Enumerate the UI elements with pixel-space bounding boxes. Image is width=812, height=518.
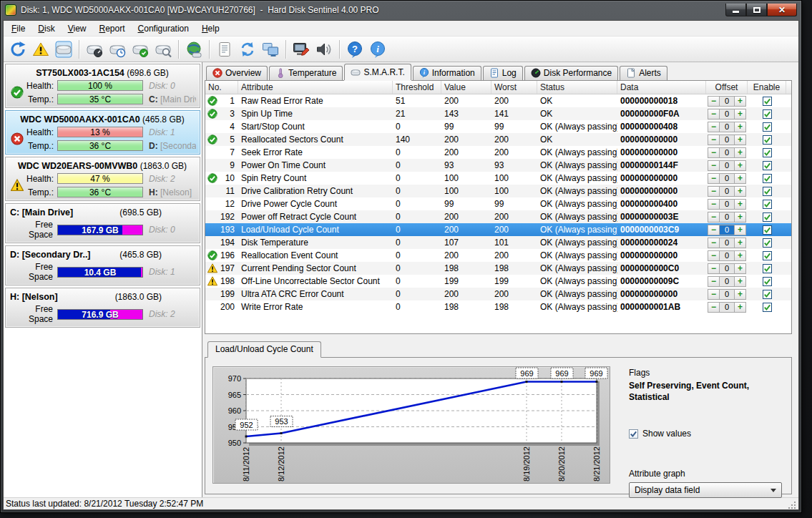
offset-increase-button[interactable]: + <box>734 186 746 197</box>
enable-checkbox[interactable] <box>763 212 772 222</box>
partition-card-0[interactable]: C: [Main Drive](698.5 GB)Free Space167.9… <box>5 203 200 243</box>
smart-row-1[interactable]: 1Raw Read Error Rate51200200OK0000000000… <box>205 94 791 107</box>
enable-checkbox[interactable] <box>763 97 772 106</box>
offset-decrease-button[interactable]: − <box>708 212 720 223</box>
smart-row-194[interactable]: 194Disk Temperature0107101OK (Always pas… <box>205 236 791 249</box>
offset-decrease-button[interactable]: − <box>708 276 720 287</box>
offset-increase-button[interactable]: + <box>734 199 746 210</box>
offset-decrease-button[interactable]: − <box>708 225 720 235</box>
smart-row-197[interactable]: 197Current Pending Sector Count0198198OK… <box>205 262 791 275</box>
menu-view[interactable]: View <box>62 21 93 36</box>
offset-decrease-button[interactable]: − <box>708 238 720 248</box>
enable-checkbox[interactable] <box>763 303 772 312</box>
offset-increase-button[interactable]: + <box>734 289 746 300</box>
smart-row-7[interactable]: 7Seek Error Rate0200200OK (Always passin… <box>205 146 791 159</box>
menu-report[interactable]: Report <box>93 21 132 36</box>
tab-temperature[interactable]: Temperature <box>269 66 343 80</box>
offset-increase-button[interactable]: + <box>734 160 746 171</box>
sound-button[interactable] <box>313 39 336 60</box>
smart-row-193[interactable]: 193Load/Unload Cycle Count0200200OK (Alw… <box>205 223 791 236</box>
enable-checkbox[interactable] <box>763 251 772 260</box>
offset-increase-button[interactable]: + <box>734 109 746 119</box>
minimize-button[interactable] <box>725 4 746 16</box>
offset-decrease-button[interactable]: − <box>708 96 720 107</box>
smart-row-198[interactable]: 198Off-Line Uncorrectable Sector Count01… <box>205 275 791 288</box>
menu-file[interactable]: File <box>5 21 31 36</box>
menu-help[interactable]: Help <box>195 21 226 36</box>
offset-decrease-button[interactable]: − <box>708 173 720 184</box>
enable-checkbox[interactable] <box>763 148 772 157</box>
offset-decrease-button[interactable]: − <box>708 135 720 145</box>
offset-increase-button[interactable]: + <box>734 302 746 313</box>
drive-card-0[interactable]: ST750LX003-1AC154 (698.6 GB)Health:100 %… <box>5 64 200 108</box>
enable-checkbox[interactable] <box>763 200 772 209</box>
smart-row-4[interactable]: 4Start/Stop Count09999OK (Always passing… <box>205 120 791 133</box>
offset-increase-button[interactable]: + <box>734 173 746 184</box>
column-header[interactable]: Value <box>441 81 491 94</box>
offset-decrease-button[interactable]: − <box>708 109 720 119</box>
column-header[interactable]: Attribute <box>238 81 393 94</box>
partition-card-1[interactable]: D: [Secondary Dr..](465.8 GB)Free Space1… <box>5 245 200 285</box>
offset-increase-button[interactable]: + <box>734 238 746 248</box>
enable-checkbox[interactable] <box>763 264 772 273</box>
smart-row-199[interactable]: 199Ultra ATA CRC Error Count0200200OK (A… <box>205 288 791 300</box>
offset-decrease-button[interactable]: − <box>708 160 720 171</box>
column-header[interactable]: Worst <box>491 81 537 94</box>
smart-row-200[interactable]: 200Write Error Rate0198198OK (Always pas… <box>205 300 791 313</box>
offset-increase-button[interactable]: + <box>734 122 746 132</box>
disk-gauge-button[interactable] <box>83 39 106 60</box>
offset-increase-button[interactable]: + <box>734 135 746 145</box>
offset-decrease-button[interactable]: − <box>708 147 720 158</box>
column-header[interactable]: Enable <box>748 81 786 94</box>
partition-card-2[interactable]: H: [Nelson](1863.0 GB)Free Space716.9 GB… <box>5 288 200 328</box>
offset-decrease-button[interactable]: − <box>708 186 720 197</box>
offset-increase-button[interactable]: + <box>734 225 746 235</box>
attribute-detail-tab[interactable]: Load/Unload Cycle Count <box>207 341 321 358</box>
smart-row-9[interactable]: 9Power On Time Count09393OK (Always pass… <box>205 159 791 172</box>
offset-decrease-button[interactable]: − <box>708 122 720 132</box>
enable-checkbox[interactable] <box>763 238 772 248</box>
enable-checkbox[interactable] <box>763 109 772 119</box>
show-values-checkbox[interactable] <box>629 429 638 439</box>
enable-checkbox[interactable] <box>763 135 772 145</box>
info-button[interactable]: i <box>366 39 389 60</box>
surface-warning-button[interactable] <box>29 39 52 60</box>
help-button[interactable]: ? <box>343 39 366 60</box>
menu-disk[interactable]: Disk <box>31 21 61 36</box>
enable-checkbox[interactable] <box>763 161 772 170</box>
enable-checkbox[interactable] <box>763 277 772 286</box>
column-header[interactable]: Data <box>617 81 706 94</box>
drive-card-2[interactable]: WDC WD20EARS-00MVWB0 (1863.0 GB)Health:4… <box>5 157 200 201</box>
disk-ok-button[interactable] <box>129 39 152 60</box>
disk-display-button[interactable] <box>52 39 75 60</box>
remote-monitor-button[interactable] <box>259 39 282 60</box>
tab-alerts[interactable]: Alerts <box>620 66 667 80</box>
smart-row-3[interactable]: 3Spin Up Time21143141OK000000000F0A−0+ <box>205 107 791 120</box>
tab-overview[interactable]: Overview <box>206 66 268 80</box>
enable-checkbox[interactable] <box>763 225 772 235</box>
offset-increase-button[interactable]: + <box>734 212 746 223</box>
menu-configuration[interactable]: Configuration <box>132 21 195 36</box>
offset-decrease-button[interactable]: − <box>708 250 720 261</box>
column-header[interactable]: Offset <box>706 81 748 94</box>
column-header[interactable]: No. <box>205 81 238 94</box>
offset-decrease-button[interactable]: − <box>708 263 720 274</box>
enable-checkbox[interactable] <box>763 290 772 299</box>
offset-increase-button[interactable]: + <box>734 96 746 107</box>
column-header[interactable]: Status <box>537 81 617 94</box>
smart-row-196[interactable]: 196Reallocation Event Count0200200OK (Al… <box>205 249 791 262</box>
tab-disk-performance[interactable]: Disk Performance <box>524 66 618 80</box>
refresh-button[interactable] <box>6 39 29 60</box>
sync-button[interactable] <box>236 39 259 60</box>
smart-row-192[interactable]: 192Power off Retract Cycle Count0200200O… <box>205 210 791 223</box>
smart-row-10[interactable]: 10Spin Retry Count0100100OK (Always pass… <box>205 172 791 185</box>
resize-grip[interactable] <box>788 501 796 509</box>
enable-checkbox[interactable] <box>763 174 772 183</box>
configure-button[interactable] <box>290 39 313 60</box>
report-button[interactable] <box>213 39 236 60</box>
tab-log[interactable]: Log <box>483 66 523 80</box>
enable-checkbox[interactable] <box>763 122 772 132</box>
maximize-button[interactable] <box>746 4 767 16</box>
offset-decrease-button[interactable]: − <box>708 302 720 313</box>
column-header[interactable]: Threshold <box>393 81 441 94</box>
